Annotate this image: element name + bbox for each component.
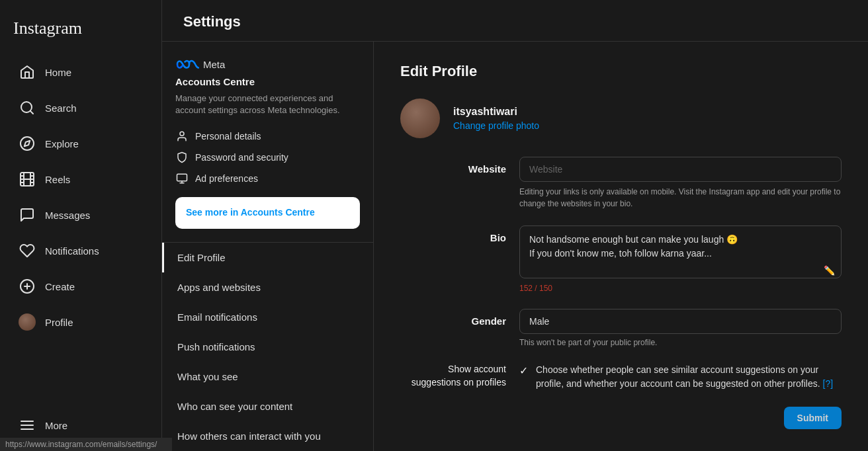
sidebar-item-notifications[interactable]: Notifications: [5, 234, 156, 267]
gender-label: Gender: [400, 309, 506, 327]
ac-ad-preferences[interactable]: Ad preferences: [175, 168, 360, 189]
sidebar-item-explore-label: Explore: [45, 138, 79, 149]
bio-container: Not handsome enough but can make you lau…: [519, 226, 842, 281]
bio-row: Bio Not handsome enough but can make you…: [400, 226, 842, 293]
profile-info: itsyashtiwari Change profile photo: [453, 106, 539, 131]
page-title: Settings: [183, 13, 847, 30]
edit-bio-icon: ✏️: [824, 265, 835, 276]
edit-profile-title: Edit Profile: [400, 63, 842, 80]
main-content: Settings Meta Accounts Cent: [162, 0, 868, 451]
gender-hint: This won't be part of your public profil…: [519, 338, 842, 347]
suggestions-field: ✓ Choose whether people can see similar …: [519, 363, 842, 391]
accounts-centre-section: Meta Accounts Centre Manage your connect…: [162, 47, 373, 243]
reels-icon: [19, 171, 36, 188]
sidebar-item-notifications-label: Notifications: [45, 245, 99, 257]
bio-field-container: Not handsome enough but can make you lau…: [519, 226, 842, 293]
settings-nav-how-others-interact[interactable]: How others can interact with you: [162, 421, 373, 451]
sidebar-item-search-label: Search: [45, 102, 77, 114]
accounts-centre-desc: Manage your connected experiences and ac…: [175, 93, 360, 116]
svg-point-2: [21, 137, 34, 150]
svg-point-18: [180, 132, 184, 136]
suggestions-label: Show account suggestions on profiles: [400, 363, 506, 389]
sidebar-item-messages-label: Messages: [45, 210, 90, 221]
search-icon: [19, 99, 36, 116]
sidebar-item-explore[interactable]: Explore: [5, 127, 156, 160]
website-label: Website: [400, 157, 506, 175]
sidebar-item-home[interactable]: Home: [5, 56, 156, 89]
sidebar-item-reels[interactable]: Reels: [5, 163, 156, 196]
messages-icon: [19, 206, 36, 224]
content-area: Meta Accounts Centre Manage your connect…: [162, 42, 868, 451]
gender-field-container: Male This won't be part of your public p…: [519, 309, 842, 347]
suggestions-help-link[interactable]: [?]: [823, 378, 834, 389]
settings-menu: Meta Accounts Centre Manage your connect…: [162, 42, 374, 451]
sidebar-item-profile[interactable]: Profile: [5, 306, 156, 339]
website-input[interactable]: [519, 157, 842, 182]
sidebar-item-more[interactable]: More: [5, 409, 156, 442]
settings-nav-what-you-see[interactable]: What you see: [162, 362, 373, 391]
meta-label: Meta: [203, 59, 225, 70]
suggestions-checkbox-row: ✓ Choose whether people can see similar …: [519, 363, 842, 391]
person-icon: [175, 130, 189, 143]
home-icon: [19, 63, 36, 81]
ac-ad-preferences-label: Ad preferences: [195, 173, 258, 184]
ad-icon: [175, 172, 189, 185]
meta-logo-icon: [175, 58, 199, 71]
profile-photo-row: itsyashtiwari Change profile photo: [400, 99, 842, 138]
change-photo-link[interactable]: Change profile photo: [453, 120, 539, 131]
website-row: Website Editing your links is only avail…: [400, 157, 842, 210]
profile-avatar: [400, 99, 440, 138]
sidebar: Instagram Home Search Explore: [0, 0, 162, 451]
settings-nav-email-notifications[interactable]: Email notifications: [162, 302, 373, 332]
suggestions-description: Choose whether people can see similar ac…: [536, 363, 842, 391]
website-hint: Editing your links is only available on …: [519, 186, 842, 210]
settings-nav-who-can-see[interactable]: Who can see your content: [162, 391, 373, 421]
explore-icon: [19, 135, 36, 152]
website-field-container: Editing your links is only available on …: [519, 157, 842, 210]
checkmark-icon: ✓: [519, 364, 528, 377]
settings-nav-edit-profile[interactable]: Edit Profile: [162, 243, 373, 272]
gender-value[interactable]: Male: [519, 309, 842, 334]
meta-logo-row: Meta: [175, 58, 360, 71]
sidebar-item-messages[interactable]: Messages: [5, 198, 156, 231]
sidebar-item-reels-label: Reels: [45, 174, 70, 185]
settings-nav-push-notifications[interactable]: Push notifications: [162, 332, 373, 362]
gender-row: Gender Male This won't be part of your p…: [400, 309, 842, 347]
svg-rect-19: [177, 175, 187, 182]
ac-personal-details[interactable]: Personal details: [175, 126, 360, 147]
page-header: Settings: [162, 0, 868, 42]
status-bar: https://www.instagram.com/emails/setting…: [0, 438, 172, 451]
ac-password-security-label: Password and security: [195, 152, 288, 163]
notifications-icon: [19, 242, 36, 259]
sidebar-item-create-label: Create: [45, 281, 75, 292]
bio-textarea[interactable]: Not handsome enough but can make you lau…: [519, 226, 842, 278]
sidebar-item-search[interactable]: Search: [5, 91, 156, 124]
suggestions-row: Show account suggestions on profiles ✓ C…: [400, 363, 842, 391]
bio-char-count: 152 / 150: [519, 284, 842, 293]
edit-profile-panel: Edit Profile itsyashtiwari Change profil…: [374, 42, 868, 451]
submit-button[interactable]: Submit: [784, 407, 842, 429]
sidebar-item-create[interactable]: Create: [5, 270, 156, 303]
status-url: https://www.instagram.com/emails/setting…: [5, 440, 157, 449]
settings-nav-apps-websites[interactable]: Apps and websites: [162, 272, 373, 302]
ac-password-security[interactable]: Password and security: [175, 147, 360, 168]
app-logo: Instagram: [0, 8, 161, 54]
ac-personal-details-label: Personal details: [195, 131, 261, 142]
shield-icon: [175, 151, 189, 164]
more-icon: [19, 417, 36, 434]
create-icon: [19, 278, 36, 295]
sidebar-item-profile-label: Profile: [45, 317, 73, 328]
see-more-accounts-centre-button[interactable]: See more in Accounts Centre: [175, 197, 360, 229]
sidebar-item-more-label: More: [45, 420, 67, 431]
sidebar-item-home-label: Home: [45, 67, 71, 78]
accounts-centre-title: Accounts Centre: [175, 76, 360, 87]
profile-username: itsyashtiwari: [453, 106, 539, 118]
avatar: [19, 313, 36, 331]
bio-label: Bio: [400, 226, 506, 243]
svg-line-1: [30, 111, 33, 114]
svg-marker-3: [24, 141, 30, 146]
